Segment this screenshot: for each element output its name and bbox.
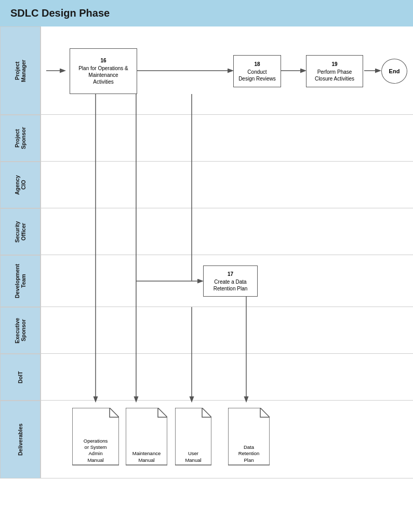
row-development-team: 17 Create a DataRetention Plan bbox=[41, 255, 413, 307]
lane-label-doit: DoIT bbox=[0, 354, 41, 401]
end-label: End bbox=[389, 68, 400, 74]
box17-num: 17 bbox=[228, 271, 233, 277]
row-content-project-sponsor bbox=[41, 115, 413, 161]
row-content-security-officer bbox=[41, 208, 413, 255]
row-deliverables: Operationsor SystemAdminManual Maintenan… bbox=[41, 401, 413, 478]
doc2-text: MaintenanceManual bbox=[132, 450, 161, 463]
row-project-sponsor bbox=[41, 115, 413, 162]
lane-label-agency-cio: AgencyCIO bbox=[0, 162, 41, 208]
doit-row-svg bbox=[41, 354, 413, 401]
ac-row-svg bbox=[41, 162, 413, 208]
so-row-svg bbox=[41, 208, 413, 255]
lane-label-security-officer: SecurityOfficer bbox=[0, 208, 41, 255]
row-doit bbox=[41, 354, 413, 401]
es-row-svg bbox=[41, 307, 413, 354]
row-agency-cio bbox=[41, 162, 413, 208]
process-box-16[interactable]: 16 Plan for Operations & Maintenance Act… bbox=[70, 48, 137, 94]
box16-num: 16 bbox=[100, 57, 106, 64]
end-oval: End bbox=[381, 59, 407, 84]
lane-label-executive-sponsor: ExecutiveSponsor bbox=[0, 307, 41, 354]
box19-num: 19 bbox=[331, 61, 337, 68]
lane-label-project-manager: ProjectManager bbox=[0, 26, 41, 115]
header: SDLC Design Phase bbox=[0, 0, 413, 26]
ps-row-svg bbox=[41, 115, 413, 162]
doc-operations-system-manual: Operationsor SystemAdminManual bbox=[72, 408, 119, 468]
doc-maintenance-manual: MaintenanceManual bbox=[126, 408, 167, 468]
doc4-text: DataRetentionPlan bbox=[238, 444, 260, 463]
row-content-development-team: 17 Create a DataRetention Plan bbox=[41, 255, 413, 307]
lane-label-project-sponsor: ProjectSponsor bbox=[0, 115, 41, 162]
header-title: SDLC Design Phase bbox=[10, 7, 110, 19]
doc1-text: Operationsor SystemAdminManual bbox=[84, 438, 108, 463]
row-security-officer bbox=[41, 208, 413, 255]
row-project-manager: 16 Plan for Operations & Maintenance Act… bbox=[41, 26, 413, 115]
lane-label-development-team: DevelopmentTeam bbox=[0, 255, 41, 307]
doc-data-retention-plan: DataRetentionPlan bbox=[228, 408, 270, 468]
process-box-18[interactable]: 18 ConductDesign Reviews bbox=[233, 55, 281, 87]
process-box-17[interactable]: 17 Create a DataRetention Plan bbox=[203, 265, 258, 297]
row-content-agency-cio bbox=[41, 162, 413, 208]
box18-num: 18 bbox=[254, 61, 260, 68]
box17-label: Create a DataRetention Plan bbox=[214, 278, 248, 292]
process-box-19[interactable]: 19 Perform PhaseClosure Activities bbox=[306, 55, 363, 87]
row-content-executive-sponsor bbox=[41, 307, 413, 353]
box18-label: ConductDesign Reviews bbox=[238, 69, 276, 82]
lanes-column: ProjectManager ProjectSponsor AgencyCIO … bbox=[0, 26, 41, 478]
content-area: 16 Plan for Operations & Maintenance Act… bbox=[41, 26, 413, 478]
doc-user-manual: UserManual bbox=[175, 408, 211, 468]
row-content-doit bbox=[41, 354, 413, 400]
lane-label-deliverables: Deliverables bbox=[0, 401, 41, 478]
doc3-text: UserManual bbox=[185, 450, 201, 463]
row-content-project-manager: 16 Plan for Operations & Maintenance Act… bbox=[41, 26, 413, 114]
box19-label: Perform PhaseClosure Activities bbox=[315, 69, 354, 82]
box16-label: Plan for Operations & Maintenance Activi… bbox=[78, 65, 128, 85]
row-content-deliverables: Operationsor SystemAdminManual Maintenan… bbox=[41, 401, 413, 478]
row-executive-sponsor bbox=[41, 307, 413, 354]
